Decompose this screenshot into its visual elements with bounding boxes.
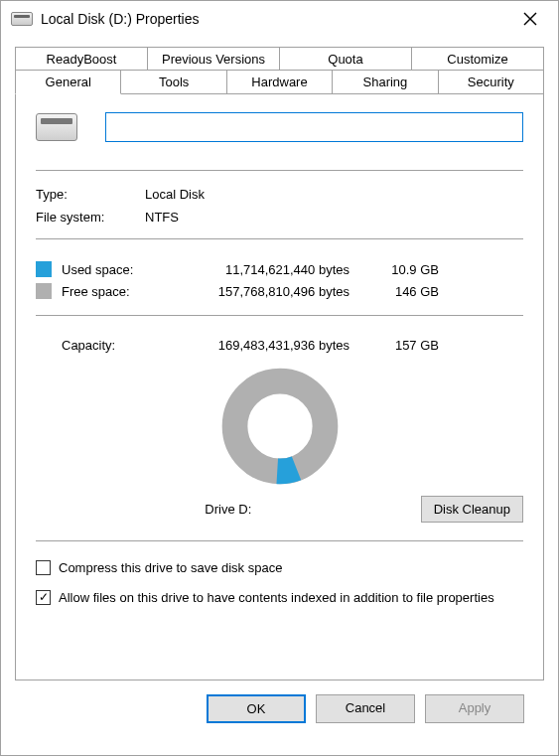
- properties-window: Local Disk (D:) Properties ReadyBoost Pr…: [0, 0, 559, 756]
- dialog-buttons: OK Cancel Apply: [15, 680, 544, 741]
- donut-chart-icon: [220, 367, 340, 486]
- cancel-button[interactable]: Cancel: [316, 694, 415, 723]
- separator: [36, 170, 523, 171]
- free-bytes: 157,768,810,496 bytes: [181, 284, 369, 299]
- titlebar: Local Disk (D:) Properties: [1, 1, 558, 37]
- capacity-bytes: 169,483,431,936 bytes: [181, 338, 369, 353]
- filesystem-label: File system:: [36, 210, 145, 225]
- compress-label: Compress this drive to save disk space: [59, 559, 282, 577]
- close-button[interactable]: [510, 5, 550, 33]
- ok-button[interactable]: OK: [207, 694, 306, 723]
- tab-readyboost[interactable]: ReadyBoost: [15, 47, 148, 71]
- apply-button: Apply: [425, 694, 524, 723]
- capacity-label: Capacity:: [62, 338, 181, 353]
- free-label: Free space:: [62, 284, 181, 299]
- used-readable: 10.9 GB: [369, 262, 439, 277]
- separator: [36, 315, 523, 316]
- type-value: Local Disk: [145, 187, 205, 202]
- disk-cleanup-button[interactable]: Disk Cleanup: [421, 496, 523, 523]
- svg-point-2: [234, 381, 325, 472]
- used-label: Used space:: [62, 262, 181, 277]
- window-title: Local Disk (D:) Properties: [33, 11, 510, 27]
- tab-security[interactable]: Security: [439, 70, 544, 93]
- content-area: ReadyBoost Previous Versions Quota Custo…: [1, 37, 558, 755]
- tab-customize[interactable]: Customize: [412, 47, 544, 71]
- separator: [36, 238, 523, 239]
- tab-general[interactable]: General: [15, 70, 121, 94]
- index-checkbox[interactable]: [36, 590, 51, 605]
- index-row: Allow files on this drive to have conten…: [36, 589, 523, 607]
- capacity-readable: 157 GB: [369, 338, 439, 353]
- drive-icon: [36, 113, 77, 141]
- drive-row: Drive D: Disk Cleanup: [36, 496, 523, 523]
- used-swatch-icon: [36, 261, 52, 277]
- used-space-row: Used space: 11,714,621,440 bytes 10.9 GB: [36, 261, 523, 277]
- tab-quota[interactable]: Quota: [280, 47, 412, 71]
- drive-label: Drive D:: [36, 502, 421, 517]
- tab-row-back: ReadyBoost Previous Versions Quota Custo…: [15, 47, 544, 71]
- compress-row: Compress this drive to save disk space: [36, 559, 523, 577]
- tab-panel-general: Type: Local Disk File system: NTFS Used …: [15, 93, 544, 680]
- filesystem-value: NTFS: [145, 210, 179, 225]
- disk-icon: [11, 12, 33, 26]
- name-row: [36, 112, 523, 142]
- type-row: Type: Local Disk: [36, 187, 523, 202]
- filesystem-row: File system: NTFS: [36, 210, 523, 225]
- free-readable: 146 GB: [369, 284, 439, 299]
- capacity-row: Capacity: 169,483,431,936 bytes 157 GB: [36, 338, 523, 353]
- free-swatch-icon: [36, 283, 52, 299]
- compress-checkbox[interactable]: [36, 560, 51, 575]
- tab-strip: ReadyBoost Previous Versions Quota Custo…: [15, 47, 544, 93]
- type-label: Type:: [36, 187, 145, 202]
- usage-chart: [36, 367, 523, 486]
- separator: [36, 540, 523, 541]
- index-label: Allow files on this drive to have conten…: [59, 589, 494, 607]
- tab-sharing[interactable]: Sharing: [333, 70, 438, 93]
- tab-tools[interactable]: Tools: [121, 70, 226, 93]
- free-space-row: Free space: 157,768,810,496 bytes 146 GB: [36, 283, 523, 299]
- close-icon: [523, 12, 537, 26]
- drive-name-input[interactable]: [105, 112, 523, 142]
- tab-row-front: General Tools Hardware Sharing Security: [15, 70, 544, 93]
- tab-hardware[interactable]: Hardware: [227, 70, 333, 93]
- space-grid: Used space: 11,714,621,440 bytes 10.9 GB…: [36, 255, 523, 305]
- used-bytes: 11,714,621,440 bytes: [181, 262, 369, 277]
- tab-previous-versions[interactable]: Previous Versions: [148, 47, 280, 71]
